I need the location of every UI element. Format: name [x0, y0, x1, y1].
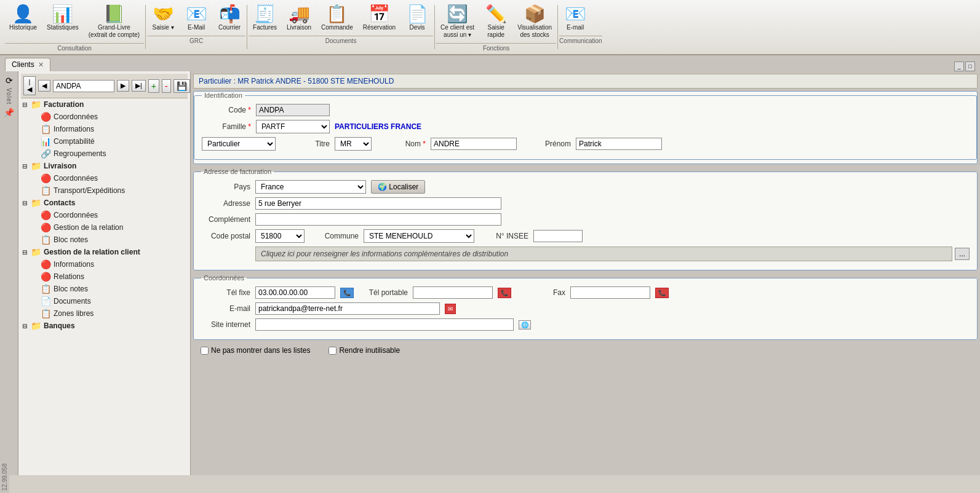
tree-transport[interactable]: 📋 Transport/Expéditions	[21, 184, 188, 197]
dots-button[interactable]: ...	[955, 248, 970, 260]
nav-last-button[interactable]: ▶|	[132, 80, 146, 92]
telfixe-label: Tél fixe	[201, 288, 250, 297]
nav-first-button[interactable]: |◀	[23, 76, 36, 95]
livraison-toggle[interactable]: ⊟	[22, 163, 31, 170]
fax-input[interactable]	[570, 286, 650, 299]
commune-select[interactable]: STE MENEHOULD	[364, 229, 474, 243]
clients-tab[interactable]: Clients ✕	[5, 58, 50, 71]
tree-contacts[interactable]: ⊟ 📁 Contacts	[21, 197, 188, 209]
banques-toggle[interactable]: ⊟	[22, 323, 31, 329]
code-input[interactable]	[53, 80, 114, 92]
side-icon-pin[interactable]: 📌	[2, 106, 16, 119]
tree-bloc-notes1[interactable]: 📋 Bloc notes	[21, 234, 188, 246]
delete-button[interactable]: -	[162, 79, 171, 93]
save-button[interactable]: 💾	[173, 79, 190, 93]
codepostal-select[interactable]: 51800	[255, 229, 305, 243]
fax-label: Fax	[516, 288, 565, 297]
livraison-button[interactable]: 🚚 Livraison	[282, 2, 316, 34]
insee-input[interactable]	[533, 230, 583, 242]
courrier-button[interactable]: 📬 Courrier	[213, 2, 245, 34]
devis-button[interactable]: 📄 Devis	[401, 2, 433, 34]
clients-tab-label: Clients	[12, 60, 34, 69]
historique-icon: 👤	[12, 6, 34, 23]
ne-pas-montrer-label[interactable]: Ne pas montrer dans les listes	[201, 346, 310, 355]
ne-pas-montrer-checkbox[interactable]	[201, 347, 209, 355]
clients-tab-close[interactable]: ✕	[38, 61, 44, 69]
site-input[interactable]	[255, 318, 514, 331]
email-send-button[interactable]: ✉	[445, 304, 456, 314]
bloc-notes1-label: Bloc notes	[54, 235, 88, 244]
historique-button[interactable]: 👤 Historique	[5, 2, 41, 42]
coordonnees2-label: Coordonnées	[54, 174, 98, 183]
coordonnees3-toggle	[32, 212, 41, 219]
saisie-rapide-button[interactable]: ✏️ Saisierapide	[480, 2, 512, 42]
tree-gestion-client[interactable]: ⊟ 📁 Gestion de la relation client	[21, 246, 188, 258]
type-select[interactable]: Particulier	[202, 137, 276, 151]
prenom-input[interactable]	[576, 138, 662, 150]
telportable-label: Tél portable	[359, 288, 408, 297]
tree-zones-libres[interactable]: 📋 Zones libres	[21, 307, 188, 320]
tree-facturation[interactable]: ⊟ 📁 Facturation	[21, 98, 188, 111]
tree-banques[interactable]: ⊟ 📁 Banques	[21, 320, 188, 332]
famille-star: *	[248, 122, 251, 131]
facturation-toggle[interactable]: ⊟	[22, 101, 31, 108]
coordonnees2-icon: 🔴	[41, 173, 52, 183]
tree-comptabilite[interactable]: 📊 Comptabilité	[21, 135, 188, 148]
tree-documents[interactable]: 📄 Documents	[21, 295, 188, 307]
rendre-inutilisable-checkbox[interactable]	[329, 347, 337, 355]
nav-prev-button[interactable]: ◀	[38, 80, 50, 92]
adresse-section: Adresse de facturation Pays France 🌍 Loc…	[193, 168, 978, 270]
communication-label: Communication	[559, 36, 602, 44]
tree-livraison[interactable]: ⊟ 📁 Livraison	[21, 160, 188, 172]
minimize-button[interactable]: _	[954, 61, 964, 71]
telfixe-call-button[interactable]: 📞	[340, 288, 354, 298]
maximize-button[interactable]: □	[965, 61, 975, 71]
famille-select[interactable]: PARTF	[256, 120, 330, 133]
grand-livre-button[interactable]: 📗 Grand-Livre(extrait de compte)	[84, 2, 144, 42]
commande-label: Commande	[321, 24, 353, 31]
contacts-toggle[interactable]: ⊟	[22, 200, 31, 207]
gestion-client-toggle[interactable]: ⊟	[22, 249, 31, 256]
tree-bloc-notes2[interactable]: 📋 Bloc notes	[21, 283, 188, 295]
complement-input[interactable]	[255, 213, 501, 226]
fax-call-button[interactable]: 📞	[655, 288, 669, 298]
saisie-button[interactable]: 🤝 Saisie ▾	[147, 2, 179, 34]
tree-coordonnees1[interactable]: 🔴 Coordonnées	[21, 111, 188, 123]
email-grc-label: E-Mail	[188, 24, 205, 31]
localiser-button[interactable]: 🌍 Localiser	[371, 180, 425, 194]
tree-informations2[interactable]: 🔴 Informations	[21, 258, 188, 270]
distribution-info[interactable]: Cliquez ici pour renseigner les informat…	[255, 246, 952, 261]
nom-input[interactable]	[431, 138, 517, 150]
titre-select[interactable]: MR	[335, 137, 372, 151]
commande-button[interactable]: 📋 Commande	[317, 2, 357, 34]
telfixe-input[interactable]	[255, 286, 335, 299]
add-button[interactable]: +	[148, 79, 159, 93]
tree-coordonnees3[interactable]: 🔴 Coordonnées	[21, 209, 188, 221]
tree-gestion-relation[interactable]: 🔴 Gestion de la relation	[21, 221, 188, 234]
email-comm-button[interactable]: 📧 E-mail	[559, 2, 591, 34]
statistiques-button[interactable]: 📊 Statistiques	[42, 2, 83, 42]
tree-regroupements[interactable]: 🔗 Regroupements	[21, 148, 188, 160]
tree-coordonnees2[interactable]: 🔴 Coordonnées	[21, 172, 188, 184]
telportable-input[interactable]	[413, 286, 493, 299]
side-icon-1[interactable]: ⟳	[2, 74, 16, 87]
tree-relations[interactable]: 🔴 Relations	[21, 270, 188, 283]
rendre-inutilisable-label[interactable]: Rendre inutilisable	[329, 346, 400, 355]
site-browse-button[interactable]: 🌐	[519, 320, 531, 329]
identification-legend: Identification	[202, 92, 245, 99]
factures-button[interactable]: 🧾 Factures	[249, 2, 281, 34]
complement-row: Complément	[201, 213, 970, 226]
reservation-button[interactable]: 📅 Réservation	[359, 2, 400, 34]
telportable-call-button[interactable]: 📞	[498, 288, 511, 298]
email-grc-button[interactable]: 📧 E-Mail	[180, 2, 212, 34]
visualisation-stocks-button[interactable]: 📦 Visualisationdes stocks	[513, 2, 556, 42]
informations1-toggle	[32, 126, 41, 133]
tree-informations1[interactable]: 📋 Informations	[21, 123, 188, 135]
adresse-input[interactable]	[255, 197, 501, 210]
nav-next-button[interactable]: ▶	[117, 80, 129, 92]
code-input-field[interactable]	[256, 104, 330, 116]
email-input[interactable]	[255, 302, 440, 315]
site-label: Site internet	[201, 320, 250, 329]
ce-client-button[interactable]: 🔄 Ce client estaussi un ▾	[436, 2, 479, 42]
pays-select[interactable]: France	[255, 180, 366, 194]
